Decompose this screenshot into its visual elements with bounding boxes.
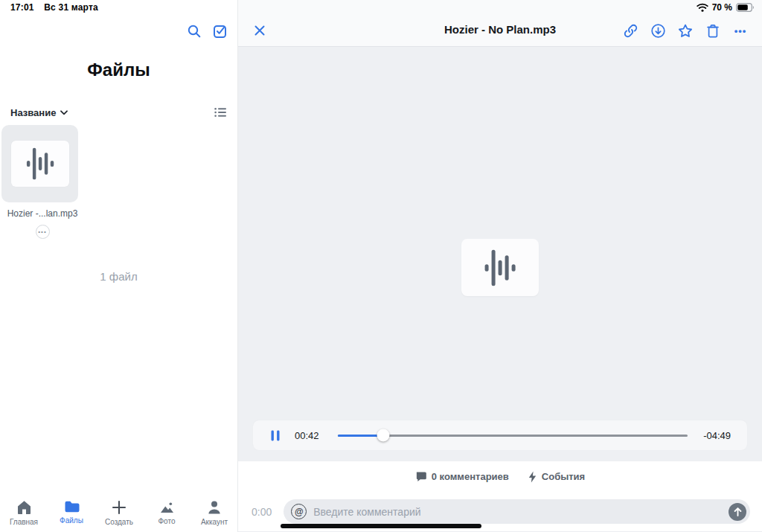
- tab-photo-label: Фото: [159, 517, 176, 525]
- plus-icon: [112, 500, 127, 515]
- tab-account-label: Аккаунт: [201, 518, 228, 526]
- search-icon: [187, 24, 202, 39]
- chevron-down-icon: [60, 110, 68, 115]
- pause-icon: [271, 430, 280, 441]
- viewer-header: 70 %: [238, 0, 762, 47]
- events-label: События: [542, 471, 585, 482]
- remaining-time-label: -04:49: [701, 430, 731, 441]
- events-button[interactable]: События: [528, 471, 585, 483]
- status-time: 17:01: [10, 2, 34, 13]
- sort-row: Название: [0, 104, 237, 121]
- arrow-up-icon: [734, 507, 742, 516]
- file-count-label: 1 файл: [0, 270, 237, 283]
- status-bar-right: 70 %: [697, 2, 755, 13]
- progress-track[interactable]: [338, 435, 688, 437]
- tab-create-label: Создать: [105, 518, 133, 526]
- comments-events-bar: 0 комментариев События: [238, 461, 762, 492]
- folder-icon: [64, 500, 80, 513]
- person-icon: [207, 500, 222, 515]
- audio-file-thumbnail: [11, 141, 69, 187]
- audio-viewer-panel: 70 %: [238, 0, 762, 532]
- photo-icon: [159, 500, 175, 514]
- audio-preview-box: [461, 239, 539, 296]
- status-bar-left: 17:01 Вс 31 марта: [10, 2, 98, 13]
- home-indicator[interactable]: [281, 524, 481, 528]
- progress-knob[interactable]: [377, 429, 390, 442]
- comment-bubble-icon: [415, 471, 426, 482]
- tab-create[interactable]: Создать: [95, 500, 143, 526]
- tab-photo[interactable]: Фото: [143, 500, 190, 526]
- comments-count-button[interactable]: 0 комментариев: [415, 471, 509, 482]
- comment-timestamp-label: 0:00: [252, 506, 272, 518]
- tab-account[interactable]: Аккаунт: [190, 500, 238, 526]
- file-name-label: Hozier -...lan.mp3: [1, 208, 83, 219]
- checkbox-check-icon: [213, 24, 228, 39]
- battery-percent-label: 70 %: [712, 2, 732, 13]
- screen: 17:01 Вс 31 марта Файлы Название: [0, 0, 762, 532]
- mention-at-icon[interactable]: @: [291, 504, 307, 519]
- send-comment-button[interactable]: [729, 503, 746, 521]
- sidebar-actions: [186, 23, 228, 39]
- tab-home[interactable]: Главная: [0, 500, 48, 526]
- comments-count-label: 0 комментариев: [432, 471, 509, 482]
- lightning-icon: [528, 471, 537, 483]
- wifi-icon: [697, 3, 708, 12]
- waveform-icon: [26, 147, 54, 181]
- comment-input-pill[interactable]: @: [284, 499, 750, 524]
- audio-file-tile[interactable]: [1, 125, 78, 202]
- tab-files[interactable]: Файлы: [48, 500, 95, 526]
- select-mode-button[interactable]: [212, 23, 228, 39]
- pause-button[interactable]: [269, 429, 281, 442]
- viewer-title: Hozier - No Plan.mp3: [238, 23, 762, 36]
- waveform-icon: [484, 249, 516, 287]
- player-controls: 00:42 -04:49: [253, 420, 747, 450]
- player-stage: 00:42 -04:49: [238, 47, 762, 461]
- bottom-tab-bar: Главная Файлы Создать Фото: [0, 500, 238, 526]
- list-view-toggle[interactable]: [214, 106, 227, 119]
- sort-label: Название: [10, 107, 56, 118]
- elapsed-time-label: 00:42: [295, 430, 324, 441]
- file-more-button[interactable]: •••: [36, 225, 50, 239]
- search-button[interactable]: [186, 23, 202, 39]
- file-grid: Hozier -...lan.mp3 •••: [0, 121, 237, 239]
- page-title: Файлы: [0, 60, 237, 80]
- sort-selector[interactable]: Название: [10, 107, 68, 118]
- tab-home-label: Главная: [10, 518, 38, 526]
- comment-input[interactable]: [313, 506, 722, 518]
- sidebar-files-panel: 17:01 Вс 31 марта Файлы Название: [0, 0, 238, 532]
- status-date: Вс 31 марта: [44, 2, 98, 13]
- home-icon: [16, 500, 32, 515]
- list-view-icon: [214, 107, 226, 118]
- battery-icon: [736, 3, 755, 12]
- tab-files-label: Файлы: [60, 516, 83, 525]
